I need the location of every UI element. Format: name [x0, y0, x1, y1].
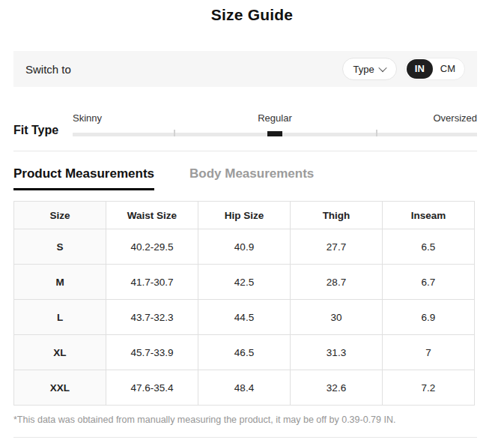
section-divider [13, 151, 477, 151]
value-cell: 40.2-29.5 [106, 229, 198, 265]
value-cell: 28.7 [291, 265, 383, 300]
unit-option-cm[interactable]: CM [433, 59, 463, 79]
value-cell: 30 [291, 300, 383, 335]
size-guide-panel: Size Guide Switch to Type IN CM Fit Type… [0, 6, 504, 438]
value-cell: 40.9 [198, 229, 291, 265]
unit-option-in[interactable]: IN [407, 59, 433, 79]
fit-type-tick [376, 130, 377, 136]
value-cell: 27.7 [291, 229, 383, 265]
table-header-cell: Waist Size [106, 202, 198, 229]
value-cell: 6.5 [383, 229, 475, 265]
switch-to-label: Switch to [25, 63, 71, 76]
fit-type-options: Skinny Regular Oversized [73, 112, 477, 124]
tab-body-measurements[interactable]: Body Measurements [189, 166, 314, 190]
table-header-cell: Size [14, 202, 106, 229]
value-cell: 7 [383, 335, 475, 370]
switch-bar: Switch to Type IN CM [13, 51, 477, 87]
fit-option-regular[interactable]: Regular [258, 112, 292, 124]
fit-type-slider[interactable]: Skinny Regular Oversized [73, 112, 477, 136]
switch-controls: Type IN CM [342, 58, 465, 80]
table-row: XL45.7-33.946.531.37 [14, 335, 475, 370]
table-header: SizeWaist SizeHip SizeThighInseam [14, 202, 475, 229]
value-cell: 46.5 [198, 335, 291, 370]
fit-option-skinny[interactable]: Skinny [73, 112, 102, 124]
size-cell: M [14, 265, 106, 300]
tab-product-measurements[interactable]: Product Measurements [13, 166, 154, 190]
value-cell: 32.6 [291, 370, 383, 406]
value-cell: 44.5 [198, 300, 291, 335]
fit-type-indicator[interactable] [267, 131, 282, 136]
size-cell: L [14, 300, 106, 335]
value-cell: 43.7-32.3 [106, 300, 198, 335]
table-header-cell: Thigh [291, 202, 383, 229]
table-row: S40.2-29.540.927.76.5 [14, 229, 475, 265]
type-dropdown[interactable]: Type [342, 58, 397, 80]
fit-type-track[interactable] [73, 130, 477, 136]
size-cell: XXL [14, 370, 106, 406]
chevron-down-icon [378, 64, 386, 72]
bottom-divider [13, 437, 477, 438]
table-row: M41.7-30.742.528.76.7 [14, 265, 475, 300]
value-cell: 31.3 [291, 335, 383, 370]
table-header-cell: Inseam [383, 202, 475, 229]
value-cell: 6.9 [383, 300, 475, 335]
fit-type-label: Fit Type [13, 124, 73, 137]
size-cell: XL [14, 335, 106, 370]
value-cell: 45.7-33.9 [106, 335, 198, 370]
size-cell: S [14, 229, 106, 265]
fit-type-section: Fit Type Skinny Regular Oversized [13, 112, 477, 136]
value-cell: 42.5 [198, 265, 291, 300]
page-title: Size Guide [0, 6, 504, 24]
table-body: S40.2-29.540.927.76.5M41.7-30.742.528.76… [14, 229, 475, 406]
type-dropdown-label: Type [353, 64, 374, 75]
table-row: XXL47.6-35.448.432.67.2 [14, 370, 475, 406]
value-cell: 48.4 [198, 370, 291, 406]
table-header-cell: Hip Size [198, 202, 291, 229]
unit-toggle[interactable]: IN CM [404, 58, 465, 80]
value-cell: 6.7 [383, 265, 475, 300]
measurements-table: SizeWaist SizeHip SizeThighInseam S40.2-… [13, 201, 475, 406]
table-header-row: SizeWaist SizeHip SizeThighInseam [14, 202, 475, 229]
measurement-tabs: Product Measurements Body Measurements [13, 166, 477, 190]
fit-option-oversized[interactable]: Oversized [433, 112, 477, 124]
value-cell: 47.6-35.4 [106, 370, 198, 406]
table-row: L43.7-32.344.5306.9 [14, 300, 475, 335]
fit-type-tick [174, 130, 175, 136]
footnote: *This data was obtained from manually me… [13, 415, 477, 425]
value-cell: 41.7-30.7 [106, 265, 198, 300]
value-cell: 7.2 [383, 370, 475, 406]
